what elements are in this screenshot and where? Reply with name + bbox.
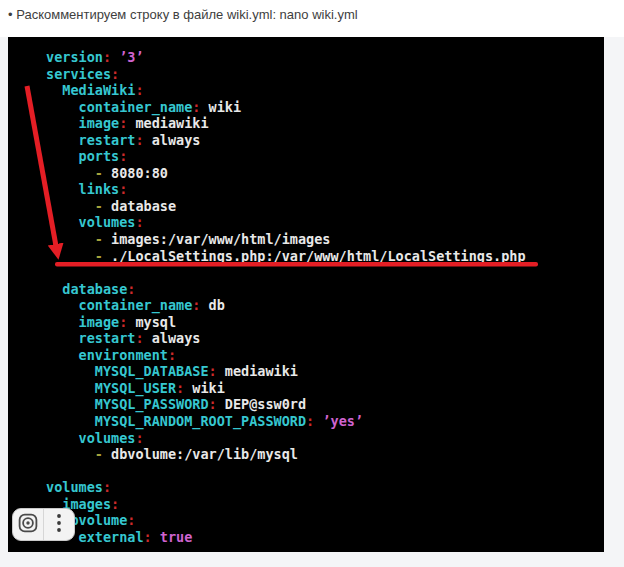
code-line: database:: [46, 281, 604, 298]
code-line: restart: always: [46, 330, 604, 347]
code-line: MYSQL_RANDOM_ROOT_PASSWORD: ’yes’: [46, 413, 604, 430]
screenshot-tools-widget: [12, 508, 75, 541]
code-line: - ./LocalSettings.php:/var/www/html/Loca…: [46, 248, 604, 265]
code-line: - dbvolume:/var/lib/mysql: [46, 446, 604, 463]
code-line: MYSQL_USER: wiki: [46, 380, 604, 397]
code-line: restart: always: [46, 132, 604, 149]
instruction-text: • Раскомментируем строку в файле wiki.ym…: [8, 6, 608, 23]
code-line: dbvolume:: [46, 512, 604, 529]
code-line: environment:: [46, 347, 604, 364]
code-line: volumes:: [46, 214, 604, 231]
code-line: version: ’3’: [46, 49, 604, 66]
code-line: [46, 264, 604, 281]
code-line: - database: [46, 198, 604, 215]
code-line: MYSQL_DATABASE: mediawiki: [46, 363, 604, 380]
code-line: - 8080:80: [46, 165, 604, 182]
visual-search-button[interactable]: [13, 509, 43, 540]
code-line: volumes:: [46, 430, 604, 447]
code-line: services:: [46, 66, 604, 83]
code-line: images:: [46, 496, 604, 513]
code-line: image: mediawiki: [46, 115, 604, 132]
code-line: container_name: db: [46, 297, 604, 314]
visual-search-icon: [17, 512, 39, 537]
more-options-button[interactable]: [44, 509, 74, 540]
code-line: external: true: [46, 529, 604, 546]
code-line: - images:/var/www/html/images: [46, 231, 604, 248]
code-line: ports:: [46, 148, 604, 165]
terminal-code: version: ’3’services: MediaWiki: contain…: [8, 49, 604, 545]
code-line: MYSQL_PASSWORD: DEP@ssw0rd: [46, 396, 604, 413]
kebab-menu-icon: [56, 512, 62, 537]
code-line: container_name: wiki: [46, 99, 604, 116]
code-line: [46, 463, 604, 480]
terminal-window: version: ’3’services: MediaWiki: contain…: [8, 37, 604, 552]
code-line: volumes:: [46, 479, 604, 496]
code-line: image: mysql: [46, 314, 604, 331]
code-line: links:: [46, 181, 604, 198]
code-line: MediaWiki:: [46, 82, 604, 99]
